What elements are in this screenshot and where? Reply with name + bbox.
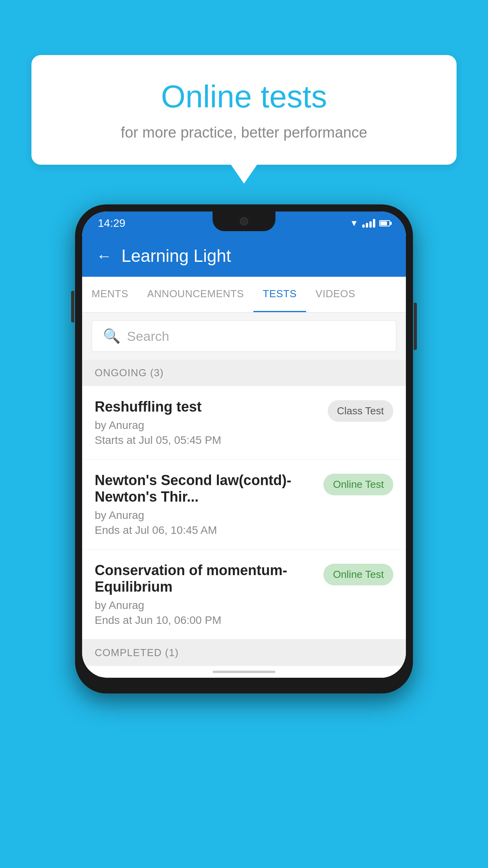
search-icon: 🔍 — [103, 328, 121, 344]
ongoing-section-header: ONGOING (3) — [82, 360, 406, 386]
app-header: ← Learning Light — [82, 235, 406, 277]
search-bar[interactable]: 🔍 Search — [92, 320, 396, 352]
test-badge-class: Class Test — [328, 400, 393, 422]
test-item-content: Newton's Second law(contd)-Newton's Thir… — [95, 472, 316, 537]
test-title: Newton's Second law(contd)-Newton's Thir… — [95, 472, 316, 505]
completed-section-header: COMPLETED (1) — [82, 640, 406, 666]
test-time: Ends at Jun 10, 06:00 PM — [95, 614, 316, 627]
home-bar — [213, 671, 275, 673]
test-item[interactable]: Newton's Second law(contd)-Newton's Thir… — [82, 460, 406, 550]
app-title: Learning Light — [121, 246, 231, 266]
test-badge-online: Online Test — [323, 564, 393, 585]
speech-bubble-title: Online tests — [63, 79, 425, 115]
test-title: Reshuffling test — [95, 399, 320, 415]
phone-screen: 14:29 ▼ ← Learning Light — [82, 211, 406, 678]
speech-bubble-container: Online tests for more practice, better p… — [31, 55, 457, 165]
tab-videos[interactable]: VIDEOS — [306, 277, 365, 312]
test-item[interactable]: Conservation of momentum-Equilibrium by … — [82, 550, 406, 640]
home-indicator — [82, 666, 406, 678]
test-item-content: Conservation of momentum-Equilibrium by … — [95, 562, 316, 627]
battery-icon — [379, 220, 390, 226]
back-button[interactable]: ← — [96, 247, 112, 265]
test-item[interactable]: Reshuffling test by Anurag Starts at Jul… — [82, 386, 406, 460]
test-author: by Anurag — [95, 509, 316, 522]
wifi-icon: ▼ — [350, 218, 358, 228]
status-icons: ▼ — [350, 218, 390, 228]
phone-camera — [240, 217, 248, 226]
test-item-content: Reshuffling test by Anurag Starts at Jul… — [95, 399, 320, 447]
test-author: by Anurag — [95, 599, 316, 612]
tabs-container: MENTS ANNOUNCEMENTS TESTS VIDEOS — [82, 277, 406, 313]
search-placeholder: Search — [127, 329, 169, 344]
search-container: 🔍 Search — [82, 313, 406, 360]
test-time: Ends at Jul 06, 10:45 AM — [95, 524, 316, 537]
speech-bubble-subtitle: for more practice, better performance — [63, 124, 425, 141]
signal-icon — [362, 219, 375, 228]
test-badge-online: Online Test — [323, 474, 393, 495]
test-time: Starts at Jul 05, 05:45 PM — [95, 434, 320, 447]
tab-tests[interactable]: TESTS — [253, 277, 306, 312]
speech-bubble: Online tests for more practice, better p… — [31, 55, 457, 165]
test-author: by Anurag — [95, 419, 320, 432]
status-time: 14:29 — [98, 217, 125, 230]
phone-frame: 14:29 ▼ ← Learning Light — [75, 204, 413, 693]
phone-notch — [213, 211, 275, 231]
phone-container: 14:29 ▼ ← Learning Light — [75, 204, 413, 693]
test-title: Conservation of momentum-Equilibrium — [95, 562, 316, 595]
tab-announcements[interactable]: ANNOUNCEMENTS — [138, 277, 253, 312]
tab-ments[interactable]: MENTS — [82, 277, 138, 312]
